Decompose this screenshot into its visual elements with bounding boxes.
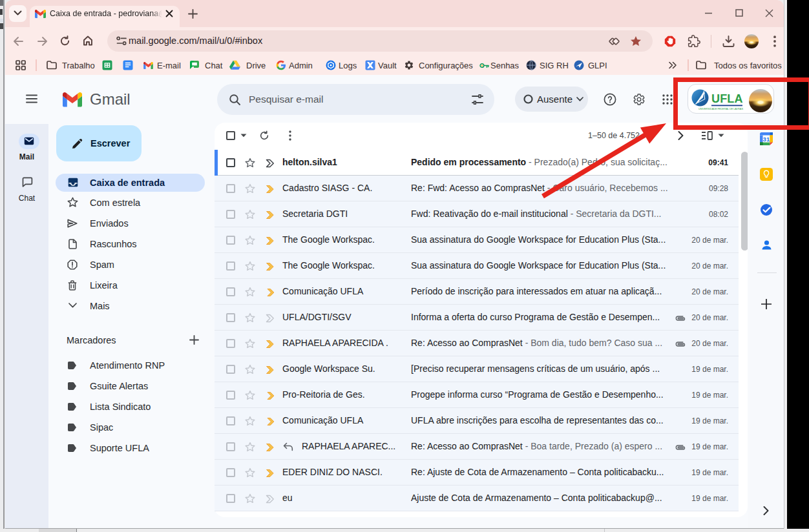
svg-text:31: 31 bbox=[763, 136, 770, 143]
